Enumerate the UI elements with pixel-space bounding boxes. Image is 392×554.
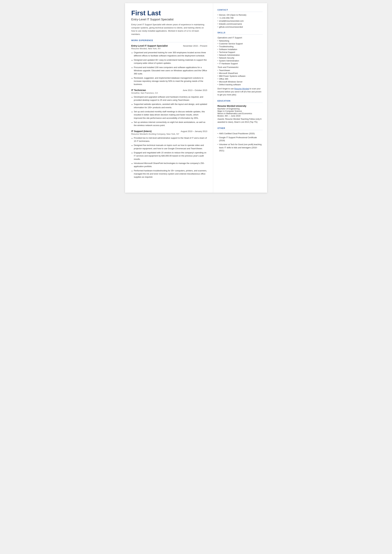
job-1-header: Entry-Level IT Support Specialist Novemb… [131, 44, 207, 47]
list-item: Designed five technical manuals on topic… [131, 144, 207, 150]
list-item: Performed hardware troubleshooting for 3… [131, 169, 207, 179]
list-item: Office 365 [217, 78, 263, 80]
skills-ops-list: Networking Customer Service Support Trou… [217, 40, 263, 65]
job-2-title: IT Technician [131, 89, 146, 91]
list-item: Networking [217, 40, 263, 42]
other-list: AWS Certified Cloud Practitioner (2020) … [217, 132, 263, 152]
other-section-title: OTHER [217, 127, 263, 130]
job-1-bullets: Organised and presented training for ove… [131, 51, 207, 86]
job-1-company: Resume Worded, New York, NY [131, 47, 207, 50]
edu-awards: Awards: Resume Worded Teaching Fellow (o… [217, 118, 263, 124]
edu-major: Major in Computer Science [217, 110, 263, 112]
job-3-company: Resume Worded's Exciting Company, New Yo… [131, 133, 207, 135]
list-item: Network Administration [217, 54, 263, 56]
promo-prefix: Don't forget to use [217, 88, 234, 90]
list-item: Set up wireless internet connectivity on… [131, 121, 207, 127]
job-3-dates: August 2010 – January 2013 [181, 130, 207, 133]
candidate-title: Entry-Level IT Support Specialist [131, 18, 207, 21]
candidate-summary: Entry-Level IT Support Specialist with e… [131, 23, 207, 36]
candidate-name: First Last [131, 9, 207, 17]
list-item: Organised and presented training for ove… [131, 51, 207, 57]
list-item: System Administration [217, 60, 263, 62]
list-item: Microsoft SharePoint [217, 72, 263, 74]
job-3: IT Support (Intern) August 2010 – Januar… [131, 130, 207, 179]
list-item: Customer Service Support [217, 42, 263, 45]
list-item: Google IT Support Professional Certifica… [217, 136, 263, 142]
list-item: Supported website operations, assisted w… [131, 103, 207, 109]
edu-degree: Bachelor of Engineering [217, 108, 263, 110]
work-experience-section-title: WORK EXPERIENCE [131, 39, 207, 42]
skills-category-ops: Operations and IT Support: [217, 36, 263, 39]
list-item: linkedin.com/in/username [217, 23, 263, 25]
list-item: Software Installation [217, 48, 263, 50]
list-item: Defect tracking software [217, 83, 263, 86]
job-3-bullets: Provided low to mid-level administrative… [131, 136, 207, 179]
skills-tools-list: TeamViewer Microsoft SharePoint IBM Powe… [217, 69, 263, 86]
job-2-company: Growthsi, San Francisco, CA [131, 92, 207, 94]
resume-page: First Last Entry-Level IT Support Specia… [125, 3, 267, 193]
list-item: Procured and installed 100 new computers… [131, 66, 207, 76]
edu-minor: Minors in Mathematics and Economics [217, 112, 263, 115]
list-item: Set up and conducted monthly staff meeti… [131, 110, 207, 120]
list-item: Provided low to mid-level administrative… [131, 136, 207, 143]
job-1-title: Entry-Level IT Support Specialist [131, 44, 168, 47]
education-section-title: EDUCATION [217, 100, 263, 103]
list-item: IT Hardware Support [217, 62, 263, 65]
list-item: AWS Certified Cloud Practitioner (2020) [217, 132, 263, 135]
list-item: github.com/resumeworded [217, 26, 263, 28]
right-column: CONTACT Denver, OH (Open to Remote) +1-2… [213, 3, 267, 193]
list-item: Engaged and negotiated with 15 vendors t… [131, 151, 207, 161]
contact-section-title: CONTACT [217, 9, 263, 12]
list-item: +1-234-456-789 [217, 17, 263, 19]
list-item: Troubleshooting [217, 45, 263, 48]
list-item: Introduced Microsoft SharePoint technolo… [131, 162, 207, 168]
list-item: email@resumeworded.com [217, 20, 263, 22]
contact-list: Denver, OH (Open to Remote) +1-234-456-7… [217, 14, 263, 28]
job-1-dates: November 2015 – Present [183, 45, 207, 47]
list-item: IBM Power Systems software [217, 75, 263, 77]
skills-category-tools: Tools and Frameworks: [217, 66, 263, 68]
promo-text: Don't forget to use Resume Worded to sca… [217, 87, 263, 96]
edu-school: Resume Worded University [217, 105, 263, 107]
job-2-header: IT Technician June 2013 – October 2015 [131, 89, 207, 91]
list-item: Microsoft Windows Server [217, 81, 263, 83]
job-1: Entry-Level IT Support Specialist Novemb… [131, 44, 207, 86]
job-2: IT Technician June 2013 – October 2015 G… [131, 89, 207, 127]
list-item: Reviewed, suggested, and implemented dat… [131, 77, 207, 86]
list-item: Denver, OH (Open to Remote) [217, 14, 263, 16]
list-item: Technical Support [217, 51, 263, 53]
left-column: First Last Entry-Level IT Support Specia… [125, 3, 213, 193]
list-item: Network Security [217, 57, 263, 59]
list-item: Developed and upgraded software and hard… [131, 95, 207, 102]
list-item: Designed and updated 30+ easy-to-underst… [131, 58, 207, 65]
job-2-bullets: Developed and upgraded software and hard… [131, 95, 207, 127]
promo-link[interactable]: Resume Worded [234, 88, 249, 90]
job-3-header: IT Support (Intern) August 2010 – Januar… [131, 130, 207, 133]
list-item: Volunteer at Tech for Good (non profit) … [217, 143, 263, 152]
list-item: TeamViewer [217, 69, 263, 71]
job-2-dates: June 2013 – October 2015 [183, 89, 207, 91]
edu-location: Boston, MA — June 2019 [217, 115, 263, 117]
job-3-title: IT Support (Intern) [131, 130, 152, 133]
skills-section-title: SKILLS [217, 32, 263, 35]
